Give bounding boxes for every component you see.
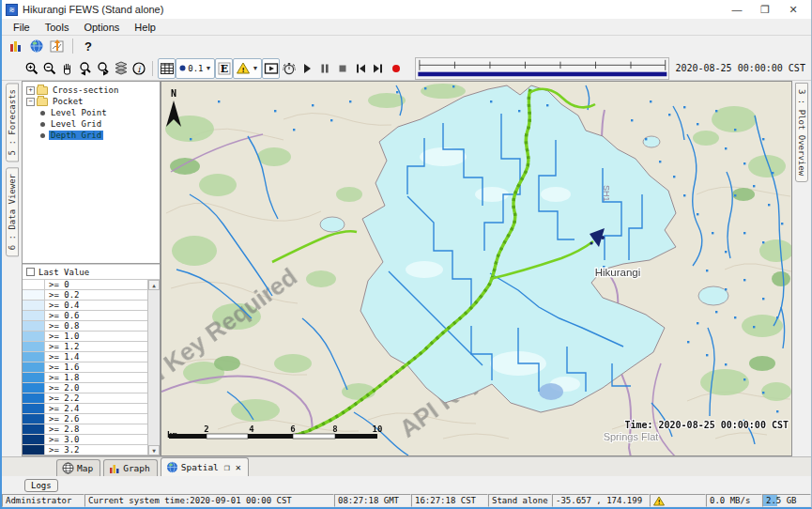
wire-globe-icon xyxy=(62,462,74,474)
legend-row: >= 1.0 xyxy=(23,332,147,342)
tab-plot-overview[interactable]: 3 : Plot Overview xyxy=(795,83,808,182)
class-break-dropdown[interactable]: 0.1 ▼ xyxy=(176,58,215,79)
data-display-icon[interactable] xyxy=(6,36,26,56)
folder-icon xyxy=(37,98,48,106)
bullet-icon xyxy=(40,122,45,127)
zoom-next-icon[interactable] xyxy=(94,58,112,79)
map-time-label: Time: 2020-08-25 00:00:00 CST xyxy=(624,420,789,430)
tree-item-cross-section[interactable]: + Cross-section xyxy=(24,85,160,96)
zoom-in-icon[interactable] xyxy=(23,58,40,79)
tree-item-pocket[interactable]: − Pocket xyxy=(24,96,160,107)
legend-row: >= 0 xyxy=(23,280,147,290)
chevron-down-icon: ▼ xyxy=(206,65,212,71)
tab-forecasts[interactable]: 5 : Forecasts xyxy=(6,83,19,162)
close-button[interactable]: ✕ xyxy=(779,1,807,18)
expand-icon[interactable]: + xyxy=(26,86,35,95)
chevron-down-icon: ▼ xyxy=(252,65,258,71)
status-gmt-time: 08:27:18 GMT xyxy=(334,494,411,507)
tree-item-level-grid[interactable]: Level Grid xyxy=(38,118,160,130)
last-value-checkbox[interactable] xyxy=(26,268,35,276)
tree-item-level-point[interactable]: Level Point xyxy=(38,107,160,118)
map-canvas: API Key Required API Key Required xyxy=(161,82,792,456)
legend-scrollbar[interactable]: ▲ ▼ xyxy=(147,280,160,455)
logs-row: Logs xyxy=(2,476,811,494)
right-tab-strip: 3 : Plot Overview xyxy=(792,81,811,456)
status-memory: 2.5 GB xyxy=(762,494,811,507)
info-icon[interactable]: i xyxy=(130,58,147,79)
svg-text:2: 2 xyxy=(204,424,208,434)
legend-row: >= 1.4 xyxy=(23,352,147,362)
tab-close-icon[interactable]: ✕ xyxy=(236,463,241,472)
legend-row: >= 3.0 xyxy=(23,435,147,445)
svg-text:i: i xyxy=(137,64,141,73)
collapse-icon[interactable]: − xyxy=(26,98,35,106)
menu-options[interactable]: Options xyxy=(76,21,127,34)
tab-graph[interactable]: Graph xyxy=(103,459,158,476)
svg-text:!: ! xyxy=(242,66,245,74)
title-bar: ≋ Hikurangi FEWS (Stand alone) — ❐ ✕ xyxy=(2,0,811,19)
legend-row: >= 0.2 xyxy=(23,290,147,301)
timestep-clock-icon[interactable] xyxy=(280,58,298,79)
maximize-button[interactable]: ❐ xyxy=(751,1,779,18)
animation-movie-button[interactable] xyxy=(262,58,280,79)
step-forward-button[interactable] xyxy=(370,58,388,79)
legend-row: >= 2.0 xyxy=(23,383,147,393)
legend-row: >= 2.8 xyxy=(23,424,147,435)
legend-row: >= 0.8 xyxy=(23,321,147,332)
left-tab-strip: 5 : Forecasts 6 : Data Viewer xyxy=(2,81,22,456)
minimize-button[interactable]: — xyxy=(723,1,751,18)
main-area: 5 : Forecasts 6 : Data Viewer + Cross-se… xyxy=(2,81,811,456)
map-view[interactable]: API Key Required API Key Required xyxy=(161,81,792,456)
timeseries-edit-icon[interactable] xyxy=(47,36,68,56)
pause-button[interactable] xyxy=(316,58,334,79)
document-tab-bar: Map Graph Spatial ❐ ✕ xyxy=(2,456,811,476)
tab-data-viewer[interactable]: 6 : Data Viewer xyxy=(6,167,19,256)
scroll-up-icon[interactable]: ▲ xyxy=(148,280,160,290)
tree-item-depth-grid[interactable]: Depth Grid xyxy=(38,130,160,141)
grid-display-button[interactable] xyxy=(158,58,176,79)
legend-row: >= 3.2 xyxy=(23,445,147,455)
status-mode: Stand alone xyxy=(488,494,552,507)
layers-icon[interactable] xyxy=(112,58,130,79)
status-coordinates: -35.657 , 174.199 xyxy=(552,494,650,507)
legend-row: >= 0.6 xyxy=(23,311,147,321)
elevation-button[interactable]: E xyxy=(215,58,233,79)
time-slider[interactable] xyxy=(415,57,670,80)
tab-maximize-icon[interactable]: ❐ xyxy=(224,463,230,472)
map-toolbar: i 0.1 ▼ E ! ▼ xyxy=(2,56,811,81)
stop-button[interactable] xyxy=(334,58,352,79)
legend-row: >= 2.6 xyxy=(23,414,147,424)
folder-icon xyxy=(37,86,48,95)
bullet-icon xyxy=(40,133,45,138)
town-label: Hikurangi xyxy=(595,267,641,278)
zoom-previous-icon[interactable] xyxy=(76,58,94,79)
time-slider-graphic xyxy=(416,58,669,79)
pan-hand-icon[interactable] xyxy=(58,58,76,79)
menu-help[interactable]: Help xyxy=(127,21,163,34)
status-local-time: 16:27:18 CST xyxy=(411,494,488,507)
app-window: ≋ Hikurangi FEWS (Stand alone) — ❐ ✕ Fil… xyxy=(0,0,812,509)
road-label: SH1 xyxy=(602,185,611,202)
zoom-out-icon[interactable] xyxy=(40,58,58,79)
left-panel: + Cross-section − Pocket Level Point Lev… xyxy=(22,81,161,456)
app-logo-icon: ≋ xyxy=(6,4,18,16)
svg-text:E: E xyxy=(221,63,228,75)
scroll-down-icon[interactable]: ▼ xyxy=(148,445,160,455)
status-user: Administrator xyxy=(2,494,84,507)
status-system-time: Current system time:2020-09-01 00:00 CST xyxy=(84,494,334,507)
menu-file[interactable]: File xyxy=(6,21,38,34)
warning-threshold-dropdown[interactable]: ! ▼ xyxy=(233,58,262,79)
tab-spatial[interactable]: Spatial ❐ ✕ xyxy=(161,457,249,476)
legend-row: >= 1.8 xyxy=(23,373,147,383)
spatial-display-icon[interactable] xyxy=(26,36,47,56)
step-back-button[interactable] xyxy=(352,58,370,79)
help-button[interactable]: ? xyxy=(78,36,99,56)
svg-text:4: 4 xyxy=(249,424,254,434)
tab-map[interactable]: Map xyxy=(56,459,100,476)
menu-tools[interactable]: Tools xyxy=(38,21,77,34)
play-button[interactable] xyxy=(299,58,316,79)
logs-button[interactable]: Logs xyxy=(24,479,58,492)
legend-class-list: >= 0 >= 0.2 >= 0.4 >= 0.6 >= 0.8 >= 1.0 … xyxy=(23,280,147,455)
record-button[interactable] xyxy=(388,58,406,79)
deep-water-patch xyxy=(539,383,563,400)
